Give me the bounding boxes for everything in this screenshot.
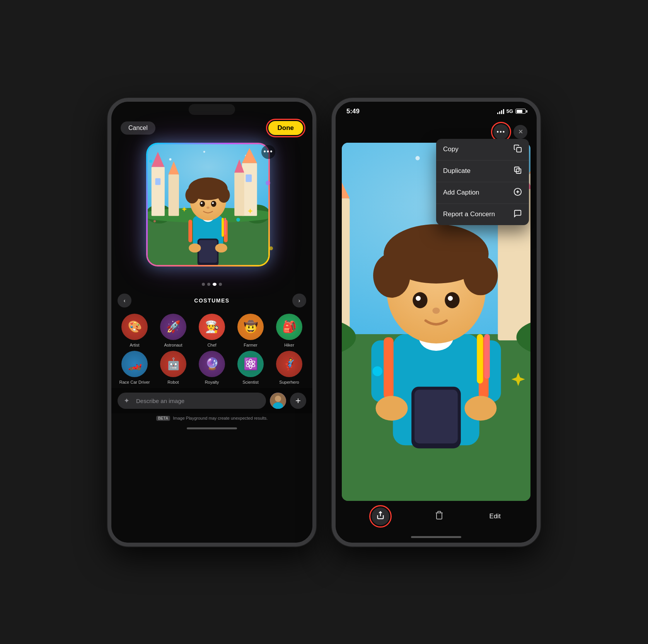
trash-icon [435, 511, 444, 522]
svg-point-83 [432, 307, 440, 314]
phone-2-screen: 5:49 5G ••• ✕ Copy [336, 102, 537, 543]
main-image-glow [146, 143, 270, 266]
copy-label: Copy [443, 145, 459, 153]
svg-rect-71 [384, 337, 394, 399]
costume-icon-robot: 🤖 [160, 351, 186, 377]
svg-rect-30 [199, 240, 217, 263]
svg-point-26 [201, 202, 203, 204]
costume-label-race-car-driver: Race Car Driver [119, 379, 150, 385]
costume-label-royalty: Royalty [205, 379, 219, 385]
svg-rect-15 [246, 174, 252, 182]
costume-grid-row1: 🎨 Artist 🚀 Astronaut 👨‍🍳 Chef 🤠 Farmer 🎒 [118, 314, 306, 348]
svg-point-84 [376, 396, 408, 420]
svg-rect-33 [188, 220, 192, 243]
next-arrow-button[interactable]: › [292, 294, 306, 307]
right-chevron-icon: › [298, 297, 300, 304]
costume-label-robot: Robot [167, 379, 179, 385]
svg-point-31 [189, 243, 201, 252]
costume-label-farmer: Farmer [244, 342, 257, 348]
add-caption-label: Add Caption [443, 189, 479, 196]
costume-label-astronaut: Astronaut [164, 342, 182, 348]
status-time: 5:49 [346, 108, 360, 115]
edit-button[interactable]: Edit [489, 512, 501, 520]
close-button[interactable]: ✕ [513, 125, 527, 139]
status-icons: 5G [497, 108, 526, 114]
costume-item-chef[interactable]: 👨‍🍳 Chef [195, 314, 229, 348]
svg-rect-87 [414, 389, 458, 443]
svg-rect-10 [155, 178, 161, 185]
costumes-header: ‹ COSTUMES › [118, 294, 306, 307]
home-indicator [111, 423, 312, 434]
svg-point-82 [448, 296, 453, 301]
dot-4[interactable] [219, 283, 222, 286]
sparkle-2 [266, 181, 270, 185]
costume-item-royalty[interactable]: 🔮 Royalty [195, 351, 229, 385]
more-options-button-p2[interactable]: ••• [493, 124, 509, 140]
dot-3-active[interactable] [213, 283, 217, 286]
costumes-title: COSTUMES [131, 297, 292, 304]
svg-point-32 [215, 243, 227, 252]
describe-image-input[interactable]: ✦ Describe an image [118, 393, 266, 409]
report-icon [513, 209, 522, 220]
sparkle-input-icon: ✦ [124, 396, 132, 405]
report-label: Report a Concern [443, 210, 495, 218]
svg-rect-36 [224, 218, 226, 235]
costume-label-hiker: Hiker [284, 342, 294, 348]
svg-point-81 [416, 296, 421, 301]
svg-rect-11 [169, 174, 179, 216]
beta-notice: BETA Image Playground may create unexpec… [111, 413, 312, 423]
dot-1[interactable] [202, 283, 205, 286]
add-button[interactable]: + [290, 393, 306, 409]
costume-item-superhero[interactable]: 🦸 Superhero [272, 351, 306, 385]
delete-button[interactable] [430, 507, 448, 525]
dot-2[interactable] [207, 283, 210, 286]
costume-icon-hiker: 🎒 [276, 314, 302, 340]
costume-item-artist[interactable]: 🎨 Artist [118, 314, 152, 348]
context-menu-report[interactable]: Report a Concern [436, 204, 529, 225]
sparkle-1 [149, 160, 152, 163]
copy-icon [513, 144, 522, 155]
three-dots-icon-p2: ••• [497, 128, 506, 135]
home-bar [187, 427, 237, 429]
costume-icon-astronaut: 🚀 [160, 314, 186, 340]
share-icon [376, 511, 385, 521]
costume-item-farmer[interactable]: 🤠 Farmer [234, 314, 268, 348]
costume-item-hiker[interactable]: 🎒 Hiker [272, 314, 306, 348]
cancel-button[interactable]: Cancel [121, 121, 155, 135]
costume-icon-scientist: ⚛️ [237, 351, 264, 377]
costume-item-race-car-driver[interactable]: 🏎️ Race Car Driver [118, 351, 152, 385]
more-options-button[interactable]: ••• [261, 145, 275, 159]
costume-label-scientist: Scientist [242, 379, 259, 385]
costume-icon-chef: 👨‍🍳 [199, 314, 225, 340]
costume-icon-superhero: 🦸 [276, 351, 302, 377]
prev-arrow-button[interactable]: ‹ [118, 294, 131, 307]
phone-1-screen: Cancel Done [111, 102, 312, 543]
phone-2: 5:49 5G ••• ✕ Copy [332, 98, 541, 547]
context-menu-add-caption[interactable]: Add Caption [436, 182, 529, 204]
svg-rect-8 [152, 167, 165, 216]
costume-item-astronaut[interactable]: 🚀 Astronaut [156, 314, 190, 348]
svg-point-80 [445, 292, 459, 308]
svg-point-28 [206, 206, 210, 208]
costume-label-superhero: Superhero [279, 379, 299, 385]
signal-bars [497, 109, 504, 114]
svg-point-27 [212, 202, 214, 204]
svg-rect-45 [516, 169, 521, 173]
svg-point-38 [236, 218, 240, 222]
costume-item-robot[interactable]: 🤖 Robot [156, 351, 190, 385]
user-avatar[interactable] [270, 393, 286, 409]
svg-point-78 [463, 256, 498, 295]
share-button[interactable] [372, 507, 389, 525]
svg-point-41 [275, 396, 281, 402]
beta-text: Image Playground may create unexpected r… [173, 416, 268, 420]
battery-icon [515, 109, 526, 114]
costume-icon-royalty: 🔮 [199, 351, 225, 377]
context-menu-copy[interactable]: Copy [436, 139, 529, 161]
page-dots [111, 283, 312, 286]
costume-item-scientist[interactable]: ⚛️ Scientist [234, 351, 268, 385]
done-button[interactable]: Done [268, 121, 304, 135]
context-menu: Copy Duplicate Add Capti [436, 139, 529, 225]
main-image [148, 144, 268, 265]
context-menu-duplicate[interactable]: Duplicate [436, 161, 529, 182]
svg-rect-73 [477, 334, 483, 383]
